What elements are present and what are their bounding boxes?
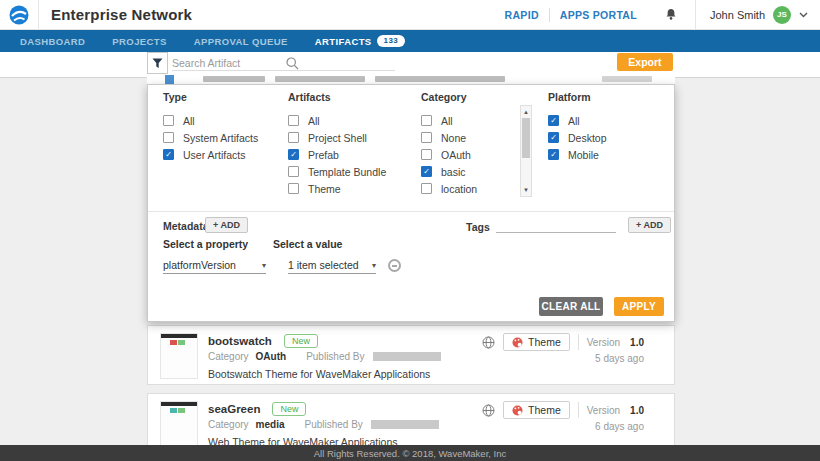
checkbox-label: Prefab	[308, 149, 339, 161]
apps-portal-link[interactable]: APPS PORTAL	[550, 9, 647, 21]
artifact-row-bootswatch[interactable]: bootswatch New Category OAuth Published …	[147, 325, 675, 385]
scroll-down-arrow[interactable]: ▼	[521, 185, 531, 195]
artifact-title: seaGreen	[208, 403, 260, 415]
checkbox-label: All	[183, 115, 195, 127]
checkbox[interactable]	[548, 115, 559, 126]
notifications-bell-icon[interactable]	[647, 8, 695, 21]
search-underline	[172, 70, 395, 71]
checkbox-label: Mobile	[568, 149, 599, 161]
header: Enterprise Network RAPID APPS PORTAL Joh…	[0, 0, 820, 30]
property-select[interactable]: platformVersion ▾	[163, 257, 266, 274]
artifact-row-seagreen[interactable]: seaGreen New Category media Published By…	[147, 393, 675, 453]
checkbox[interactable]	[288, 132, 299, 143]
user-name: John Smith	[710, 9, 765, 21]
checkbox-label: OAuth	[441, 149, 471, 161]
nav-item-dashboard[interactable]: DASHBOARD	[20, 36, 85, 47]
thumbnail-detail	[161, 334, 197, 338]
main-nav: DASHBOARD PROJECTS APPROVAL QUEUE ARTIFA…	[0, 30, 820, 52]
filter-toggle-button[interactable]	[147, 52, 168, 74]
thumbnail-detail	[161, 402, 197, 406]
checkbox[interactable]	[421, 132, 432, 143]
nav-item-approval-queue[interactable]: APPROVAL QUEUE	[194, 36, 288, 47]
apply-button[interactable]: APPLY	[614, 297, 664, 316]
checkbox[interactable]	[163, 149, 174, 160]
checkbox[interactable]	[288, 166, 299, 177]
checkbox[interactable]	[421, 183, 432, 194]
nav-label: DASHBOARD	[20, 36, 85, 47]
checkbox-option-location[interactable]: location	[421, 180, 477, 197]
checkbox-option-user-artifacts[interactable]: User Artifacts	[163, 146, 258, 163]
tags-input[interactable]	[496, 215, 616, 233]
nav-label: PROJECTS	[112, 36, 166, 47]
category-value: media	[256, 419, 285, 430]
checkbox-option-all[interactable]: All	[548, 112, 607, 129]
checkbox-option-all[interactable]: All	[421, 112, 477, 129]
nav-item-artifacts[interactable]: ARTIFACTS 133	[315, 35, 405, 47]
scroll-up-arrow[interactable]: ▲	[521, 107, 531, 117]
search-icon[interactable]	[286, 56, 299, 74]
published-by-label: Published By	[306, 351, 364, 362]
checkbox[interactable]	[288, 115, 299, 126]
artifact-thumbnail	[160, 333, 198, 379]
thumbnail-detail	[170, 340, 177, 345]
published-by-label: Published By	[304, 419, 362, 430]
artifact-title: bootswatch	[208, 335, 272, 347]
wavemaker-logo-icon[interactable]	[0, 5, 38, 25]
property-selected-value: platformVersion	[163, 259, 236, 271]
metadata-add-button[interactable]: + ADD	[205, 217, 248, 233]
value-select[interactable]: 1 item selected ▾	[288, 257, 376, 274]
checkbox-option-template-bundle[interactable]: Template Bundle	[288, 163, 386, 180]
obscured-text	[275, 76, 365, 82]
nav-item-projects[interactable]: PROJECTS	[112, 36, 166, 47]
checkbox[interactable]	[163, 115, 174, 126]
checkbox[interactable]	[548, 149, 559, 160]
checkbox-option-project-shell[interactable]: Project Shell	[288, 129, 386, 146]
tags-label: Tags	[466, 221, 490, 233]
checkbox-option-desktop[interactable]: Desktop	[548, 129, 607, 146]
rapid-link[interactable]: RAPID	[495, 9, 549, 21]
user-menu[interactable]: John Smith JS	[695, 0, 820, 30]
thumbnail-detail	[170, 408, 177, 413]
tags-add-button[interactable]: + ADD	[628, 217, 671, 233]
nav-label: APPROVAL QUEUE	[194, 36, 288, 47]
caret-down-icon: ▾	[372, 261, 376, 270]
clear-all-button[interactable]: CLEAR ALL	[539, 297, 603, 316]
checkbox-option-all[interactable]: All	[288, 112, 386, 129]
filter-funnel-icon	[152, 58, 163, 69]
obscured-thumbnail	[165, 75, 174, 84]
artifacts-count-badge: 133	[377, 35, 406, 47]
checkbox[interactable]	[421, 166, 432, 177]
checkbox[interactable]	[548, 132, 559, 143]
checkbox[interactable]	[421, 115, 432, 126]
obscured-text	[375, 76, 505, 82]
app-root: Enterprise Network RAPID APPS PORTAL Joh…	[0, 0, 820, 461]
artifact-description: Bootswatch Theme for WaveMaker Applicati…	[208, 368, 430, 380]
filter-panel: Type All System Artifacts User Artifacts…	[147, 84, 675, 322]
export-button[interactable]: Export	[617, 53, 673, 71]
checkbox[interactable]	[288, 183, 299, 194]
obscured-text	[602, 76, 652, 82]
new-badge: New	[284, 334, 318, 348]
checkbox-option-basic[interactable]: basic	[421, 163, 477, 180]
checkbox-option-oauth[interactable]: OAuth	[421, 146, 477, 163]
checkbox-option-theme[interactable]: Theme	[288, 180, 386, 197]
checkbox-option-none[interactable]: None	[421, 129, 477, 146]
scrollbar-thumb[interactable]	[522, 118, 530, 158]
chevron-down-icon	[799, 12, 808, 18]
property-label: Select a property	[163, 238, 248, 250]
artifact-right-meta: Theme Version 1.0	[482, 333, 644, 351]
value-selected-value: 1 item selected	[288, 259, 359, 271]
category-scrollbar[interactable]: ▲ ▼	[520, 105, 532, 197]
checkbox[interactable]	[421, 149, 432, 160]
artifact-meta-row: Category media Published By	[208, 419, 439, 430]
checkbox[interactable]	[163, 132, 174, 143]
remove-metadata-filter-icon[interactable]	[388, 259, 401, 272]
checkbox-option-mobile[interactable]: Mobile	[548, 146, 607, 163]
checkbox[interactable]	[288, 149, 299, 160]
checkbox-option-system-artifacts[interactable]: System Artifacts	[163, 129, 258, 146]
header-right: RAPID APPS PORTAL John Smith JS	[495, 0, 820, 30]
search-input[interactable]	[172, 55, 282, 71]
checkbox-option-prefab[interactable]: Prefab	[288, 146, 386, 163]
checkbox-option-all[interactable]: All	[163, 112, 258, 129]
checkbox-label: Desktop	[568, 132, 607, 144]
